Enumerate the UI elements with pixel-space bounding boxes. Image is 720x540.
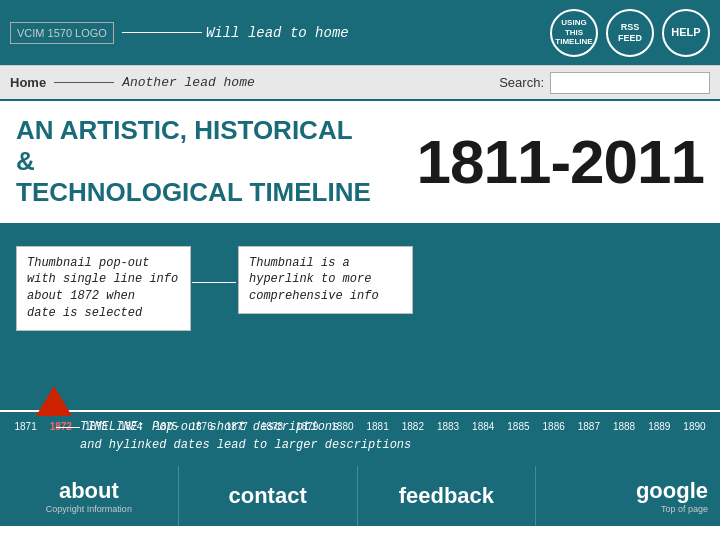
nav-search-area: Search: — [499, 72, 710, 94]
site-header: VCIM 1570 LOGO Will lead to home USING T… — [0, 0, 720, 65]
timeline-desc-dash — [56, 427, 80, 428]
popout-connector — [192, 282, 236, 283]
timeline-bar — [0, 410, 720, 412]
main-timeline-area: Thumbnail pop-out with single line info … — [0, 226, 720, 466]
using-this-timeline-button[interactable]: USING THIS TIMELINE — [550, 9, 598, 57]
nav-home-link[interactable]: Home — [10, 75, 46, 90]
popout-left: Thumbnail pop-out with single line info … — [16, 246, 191, 331]
nav-home-divider — [54, 82, 114, 83]
logo-divider — [122, 32, 202, 33]
rss-feed-button[interactable]: RSS FEED — [606, 9, 654, 57]
logo-lead-home[interactable]: Will lead to home — [206, 25, 349, 41]
footer-col-feedback[interactable]: feedback — [358, 466, 537, 526]
title-section: AN ARTISTIC, HISTORICAL & TECHNOLOGICAL … — [0, 101, 720, 226]
timeline-description: TIMELINE: Pop-out short descriptions and… — [80, 418, 710, 454]
logo-area: VCIM 1570 LOGO Will lead to home — [10, 22, 349, 44]
page-title: AN ARTISTIC, HISTORICAL & TECHNOLOGICAL … — [16, 115, 376, 209]
search-input[interactable] — [550, 72, 710, 94]
timeline-pointer — [36, 386, 72, 416]
nav-search-label: Search: — [499, 75, 544, 90]
popout-right: Thumbnail is a hyperlink to more compreh… — [238, 246, 413, 314]
logo-box[interactable]: VCIM 1570 LOGO — [10, 22, 114, 44]
nav-buttons: USING THIS TIMELINE RSS FEED HELP — [550, 9, 710, 57]
footer-col-contact[interactable]: contact — [179, 466, 358, 526]
nav-another-lead-link[interactable]: Another lead home — [122, 75, 255, 90]
year-range: 1811-2011 — [417, 126, 705, 197]
navbar: Home Another lead home Search: — [0, 65, 720, 101]
logo-line: Will lead to home — [122, 25, 349, 41]
site-footer: aboutCopyright Informationcontactfeedbac… — [0, 466, 720, 526]
footer-col-about[interactable]: aboutCopyright Information — [0, 466, 179, 526]
footer-col-google[interactable]: googleTop of page — [536, 466, 720, 526]
help-button[interactable]: HELP — [662, 9, 710, 57]
year-marker-1871[interactable]: 1871 — [8, 421, 43, 432]
